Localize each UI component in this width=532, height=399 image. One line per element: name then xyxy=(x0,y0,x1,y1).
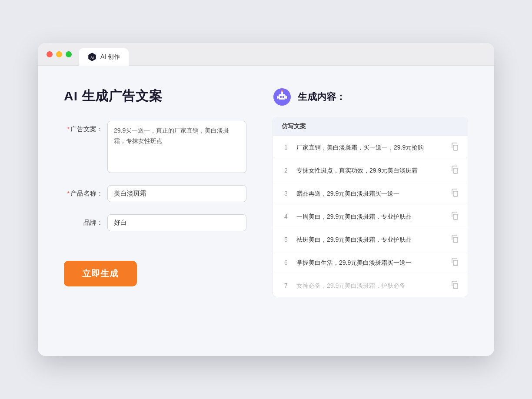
svg-rect-16 xyxy=(453,260,458,266)
product-name-label: *产品名称： xyxy=(64,185,103,198)
result-table: 仿写文案 1厂家直销，美白淡斑霜，买一送一，29.9元抢购 2专抹女性斑点，真实… xyxy=(273,117,468,297)
table-row: 4一周美白，29.9元美白淡斑霜，专业护肤品 xyxy=(273,205,468,228)
required-star-1: * xyxy=(67,125,70,133)
row-text: 掌握美白生活，29.9元美白淡斑霜买一送一 xyxy=(296,258,444,267)
minimize-button[interactable] xyxy=(56,51,62,57)
brand-label: 品牌： xyxy=(64,214,103,227)
svg-rect-13 xyxy=(453,191,458,196)
browser-window: AI AI 创作 AI 生成广告文案 *广告文案： 29.9买一送一，真正的厂家… xyxy=(38,43,494,356)
svg-rect-8 xyxy=(277,96,279,99)
svg-rect-5 xyxy=(283,96,284,98)
row-number: 4 xyxy=(282,213,290,220)
required-star-2: * xyxy=(67,190,70,197)
ai-logo-icon: AI xyxy=(87,52,97,62)
brand-group: 品牌： xyxy=(64,214,246,231)
svg-rect-9 xyxy=(286,96,287,99)
table-row: 6掌握美白生活，29.9元美白淡斑霜买一送一 xyxy=(273,251,468,274)
row-number: 7 xyxy=(282,282,290,289)
ad-copy-label: *广告文案： xyxy=(64,121,103,133)
robot-icon xyxy=(273,87,292,106)
row-number: 2 xyxy=(282,167,290,174)
row-text: 赠品再送，29.9元美白淡斑霜买一送一 xyxy=(296,189,444,198)
row-text: 专抹女性斑点，真实功效，29.9元美白淡斑霜 xyxy=(296,166,444,175)
table-row: 1厂家直销，美白淡斑霜，买一送一，29.9元抢购 xyxy=(273,136,468,159)
row-text: 厂家直销，美白淡斑霜，买一送一，29.9元抢购 xyxy=(296,143,444,152)
copy-icon[interactable] xyxy=(450,257,459,268)
table-row: 7女神必备，29.9元美白淡斑霜，护肤必备 xyxy=(273,274,468,297)
svg-rect-4 xyxy=(280,96,282,98)
svg-rect-17 xyxy=(453,283,458,289)
result-rows-container: 1厂家直销，美白淡斑霜，买一送一，29.9元抢购 2专抹女性斑点，真实功效，29… xyxy=(273,136,468,297)
result-title: 生成内容： xyxy=(298,90,346,103)
tab-label: AI 创作 xyxy=(100,53,120,61)
svg-point-10 xyxy=(281,90,283,92)
traffic-lights xyxy=(47,51,72,57)
copy-icon[interactable] xyxy=(450,211,459,222)
table-row: 5祛斑美白，29.9元美白淡斑霜，专业护肤品 xyxy=(273,228,468,251)
svg-rect-12 xyxy=(453,168,458,173)
copy-icon[interactable] xyxy=(450,280,459,291)
right-panel: 生成内容： 仿写文案 1厂家直销，美白淡斑霜，买一送一，29.9元抢购 2专抹女… xyxy=(273,87,468,331)
generate-button[interactable]: 立即生成 xyxy=(64,261,137,286)
row-text: 女神必备，29.9元美白淡斑霜，护肤必备 xyxy=(296,281,444,290)
close-button[interactable] xyxy=(47,51,53,57)
copy-icon[interactable] xyxy=(450,188,459,199)
product-name-input[interactable] xyxy=(107,185,246,202)
row-number: 5 xyxy=(282,236,290,243)
row-text: 一周美白，29.9元美白淡斑霜，专业护肤品 xyxy=(296,212,444,221)
svg-text:AI: AI xyxy=(90,55,93,59)
table-row: 3赠品再送，29.9元美白淡斑霜买一送一 xyxy=(273,182,468,205)
table-header: 仿写文案 xyxy=(273,117,468,136)
row-number: 3 xyxy=(282,190,290,197)
title-bar: AI AI 创作 xyxy=(38,43,494,66)
svg-rect-3 xyxy=(279,94,286,100)
row-number: 6 xyxy=(282,259,290,266)
svg-rect-11 xyxy=(453,145,458,150)
copy-icon[interactable] xyxy=(450,142,459,153)
result-header: 生成内容： xyxy=(273,87,468,106)
copy-icon[interactable] xyxy=(450,234,459,245)
ad-copy-group: *广告文案： 29.9买一送一，真正的厂家直销，美白淡斑霜，专抹女性斑点 xyxy=(64,121,246,173)
copy-icon[interactable] xyxy=(450,165,459,176)
content-area: AI 生成广告文案 *广告文案： 29.9买一送一，真正的厂家直销，美白淡斑霜，… xyxy=(38,66,494,352)
table-row: 2专抹女性斑点，真实功效，29.9元美白淡斑霜 xyxy=(273,159,468,182)
svg-rect-15 xyxy=(453,237,458,243)
left-panel: AI 生成广告文案 *广告文案： 29.9买一送一，真正的厂家直销，美白淡斑霜，… xyxy=(64,87,246,331)
maximize-button[interactable] xyxy=(66,51,72,57)
row-text: 祛斑美白，29.9元美白淡斑霜，专业护肤品 xyxy=(296,235,444,244)
ai-tab[interactable]: AI AI 创作 xyxy=(79,48,129,66)
page-title: AI 生成广告文案 xyxy=(64,87,246,105)
row-number: 1 xyxy=(282,144,290,151)
ad-copy-input[interactable]: 29.9买一送一，真正的厂家直销，美白淡斑霜，专抹女性斑点 xyxy=(107,121,246,173)
product-name-group: *产品名称： xyxy=(64,185,246,202)
svg-rect-14 xyxy=(453,214,458,219)
brand-input[interactable] xyxy=(107,214,246,231)
